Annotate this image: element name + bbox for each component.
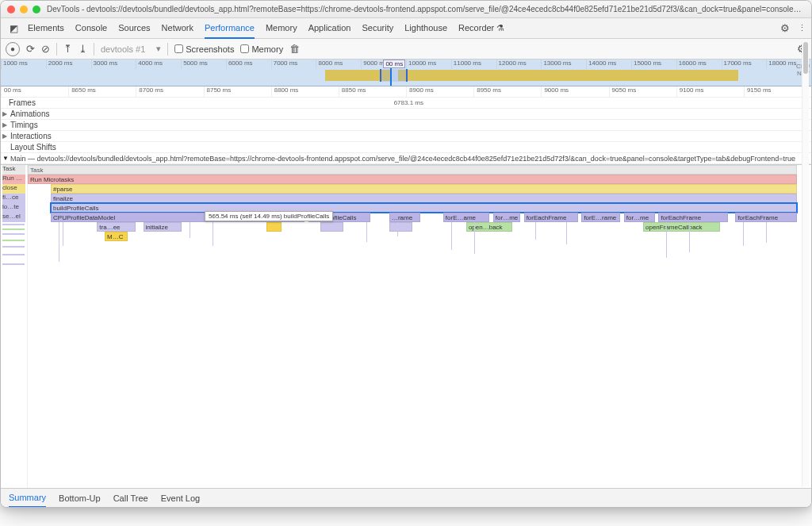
clear-button[interactable]: ⊘ [41,43,50,55]
flame-bar-forame2[interactable]: for…me [624,213,655,222]
devtools-window: DevTools - devtools://devtools/bundled/d… [0,0,812,508]
reload-record-button[interactable]: ⟳ [26,43,35,55]
flame-tooltip: 565.54 ms (self 14.49 ms) buildProfileCa… [205,211,333,221]
window-close-button[interactable] [7,6,15,13]
flame-chart[interactable]: Task Run Microtasks close fi…ce lo…te se… [1,165,811,507]
flame-bar-buildprofilecalls[interactable]: buildProfileCalls [51,203,797,213]
flame-bar-parse[interactable]: #parse [51,184,797,194]
tab-elements[interactable]: Elements [28,18,64,39]
tab-console[interactable]: Console [75,18,107,39]
more-icon[interactable]: ⋮ [798,23,806,33]
tab-application[interactable]: Application [308,18,351,39]
window-maximize-button[interactable] [33,6,40,13]
flame-bar-foreachframe1[interactable]: forEachFrame [524,213,578,222]
inspect-icon[interactable]: ◩ [6,23,21,34]
perf-toolbar: ● ⟳ ⊘ ⤒ ⤓ devtools #1 Screenshots Memory… [1,39,811,60]
track-frames[interactable]: Frames 6783.1 ms [1,98,811,109]
track-timings[interactable]: ▶Timings [1,120,811,131]
vertical-scrollbar[interactable] [802,42,809,486]
load-profile-icon[interactable]: ⤒ [63,43,72,55]
flame-bar-foreame1[interactable]: forE…ame [443,213,489,222]
track-main[interactable]: ▼Main — devtools://devtools/bundled/devt… [1,153,811,164]
time-ruler: 00 ms8650 ms8700 ms8750 ms8800 ms8850 ms… [1,86,811,98]
frame-time-label: 6783.1 ms [394,99,423,106]
details-tab-eventlog[interactable]: Event Log [161,490,201,507]
profile-selector[interactable]: devtools #1 [101,44,161,54]
overview-ticks: 1000 ms2000 ms3000 ms4000 ms5000 ms6000 … [1,60,811,69]
panel-tabs: Elements Console Sources Network Perform… [28,18,504,39]
memory-label: Memory [251,44,283,54]
flame-bar-forme[interactable]: for…me [493,213,520,222]
titlebar: DevTools - devtools://devtools/bundled/d… [1,1,811,18]
tracks-panel: Frames 6783.1 ms ▶Animations ▶Timings ▶I… [1,98,811,165]
window-title: DevTools - devtools://devtools/bundled/d… [47,5,805,13]
details-tab-calltree[interactable]: Call Tree [113,490,148,507]
track-interactions[interactable]: ▶Interactions [1,131,811,142]
tab-lighthouse[interactable]: Lighthouse [404,18,447,39]
tab-security[interactable]: Security [362,18,393,39]
screenshots-checkbox[interactable]: Screenshots [174,44,234,54]
memory-checkbox[interactable]: Memory [240,44,283,54]
overview-timeline[interactable]: 1000 ms2000 ms3000 ms4000 ms5000 ms6000 … [1,60,811,86]
scrollbar-thumb[interactable] [803,42,808,74]
window-minimize-button[interactable] [20,6,28,13]
tab-network[interactable]: Network [162,18,193,39]
flame-bar-forerame[interactable]: forE…rame [581,213,620,222]
save-profile-icon[interactable]: ⤓ [79,43,87,55]
tab-performance[interactable]: Performance [205,18,255,39]
flame-bar-microtasks[interactable]: Run Microtasks [28,175,797,184]
flame-bar-finalize[interactable]: finalize [51,194,797,203]
flame-bar-foreachframe3[interactable]: forEachFrame [735,213,797,222]
flame-gutter: Task Run Microtasks close fi…ce lo…te se… [1,165,28,507]
settings-icon[interactable]: ⚙ [780,22,790,34]
record-button[interactable]: ● [6,42,20,56]
details-tab-summary[interactable]: Summary [9,489,46,508]
flame-bar-task[interactable]: Task [28,165,797,175]
track-layout-shifts[interactable]: Layout Shifts [1,142,811,153]
track-animations[interactable]: ▶Animations [1,109,811,120]
tab-sources[interactable]: Sources [118,18,150,39]
tab-recorder[interactable]: Recorder ⚗ [458,18,504,39]
overview-selection[interactable] [380,69,408,82]
devtools-tabs-row: ◩ Elements Console Sources Network Perfo… [1,18,811,39]
overview-marker-label: 00 ms [383,60,405,68]
screenshots-label: Screenshots [186,44,234,54]
details-tab-bottomup[interactable]: Bottom-Up [59,490,101,507]
tab-memory[interactable]: Memory [266,18,297,39]
flame-canvas[interactable]: Task Run Microtasks #parse finalize buil… [28,165,797,507]
flame-bar-rame[interactable]: …rame [389,213,420,222]
traffic-lights [7,6,40,13]
details-tabs: Summary Bottom-Up Call Tree Event Log [1,488,811,507]
flame-bar-foreachframe2[interactable]: forEachFrame [658,213,727,222]
trash-icon[interactable]: 🗑 [289,43,300,55]
